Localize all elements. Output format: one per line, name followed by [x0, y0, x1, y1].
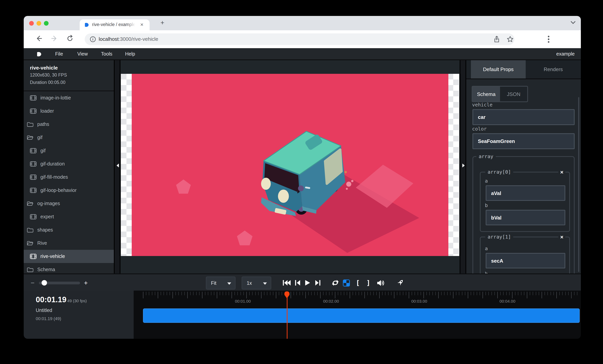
field-label-vehicle: vehicle	[472, 102, 492, 108]
audio-button[interactable]	[376, 278, 385, 287]
tab-close-icon[interactable]: ×	[140, 21, 143, 28]
track-duration: 00:01.19 (49)	[36, 316, 61, 321]
traffic-light-zoom[interactable]	[44, 21, 48, 26]
desktop-background: rive-vehicle / example - Remoti × + loca…	[0, 0, 603, 364]
sidebar-item-label: gif	[37, 135, 42, 140]
track-name: Untitled	[36, 308, 52, 313]
app-logo-icon	[36, 51, 42, 57]
chevron-down-icon	[227, 283, 231, 285]
url-field[interactable]: localhost:3000/rive-vehicle	[85, 34, 514, 45]
play-button[interactable]	[303, 278, 312, 287]
sidebar-item-gif-loop-behavior[interactable]: gif-loop-behavior	[24, 184, 114, 197]
sidebar-collapse-strip	[114, 60, 120, 273]
sidebar-folder-shapes[interactable]: shapes	[24, 223, 114, 237]
film-icon	[30, 174, 37, 180]
input-color[interactable]: SeaFoamGreen	[473, 133, 575, 149]
sidebar-item-label: image-in-lottie	[40, 95, 71, 101]
sidebar-folder-paths[interactable]: paths	[24, 118, 114, 131]
main-content: rive-vehicle 1200x630, 30 FPS Duration 0…	[24, 60, 581, 273]
sidebar-item-image-in-lottie[interactable]: image-in-lottie	[24, 91, 114, 104]
sidebar: rive-vehicle 1200x630, 30 FPS Duration 0…	[24, 60, 114, 273]
artboard-transparency-checker	[121, 74, 459, 256]
loop-toggle-button[interactable]	[331, 278, 340, 287]
rocket-render-button[interactable]	[395, 278, 405, 287]
collapse-left-arrow-icon[interactable]	[116, 163, 119, 168]
menu-file[interactable]: File	[55, 51, 63, 57]
film-icon	[30, 108, 37, 114]
ruler-label: 00:02.00	[319, 299, 343, 303]
preview-canvas[interactable]	[120, 60, 460, 273]
set-in-point-button[interactable]: [	[353, 278, 362, 287]
timeline-track-bar[interactable]	[143, 308, 580, 323]
toggle-schema[interactable]: Schema	[473, 87, 500, 101]
sidebar-folder-gif[interactable]: gif	[24, 131, 114, 144]
collapse-right-arrow-icon[interactable]	[462, 163, 465, 168]
sidebar-item-expert[interactable]: expert	[24, 210, 114, 223]
speed-select[interactable]: 1x	[242, 277, 271, 289]
traffic-light-minimize[interactable]	[36, 21, 41, 26]
array1-a-input[interactable]: secA	[486, 253, 565, 268]
sidebar-item-label: og-images	[37, 201, 60, 206]
reload-button[interactable]	[66, 35, 74, 44]
new-tab-button[interactable]: +	[159, 19, 166, 27]
site-info-icon[interactable]	[90, 36, 96, 42]
array0-a-input[interactable]: aVal	[486, 185, 565, 201]
sidebar-item-rive-vehicle[interactable]: rive-vehicle	[24, 250, 114, 263]
sidebar-item-gif-fill-modes[interactable]: gif-fill-modes	[24, 171, 114, 184]
timeline: 00:01.19 49 (30 fps) Untitled 00:01.19 (…	[24, 291, 581, 339]
traffic-light-close[interactable]	[29, 21, 34, 26]
schema-json-toggle: Schema JSON	[472, 86, 528, 102]
sidebar-item-label: rive-vehicle	[40, 254, 65, 259]
tab-renders[interactable]: Renders	[526, 60, 581, 79]
playhead-line[interactable]	[287, 292, 288, 339]
array-legend: array	[476, 153, 496, 159]
browser-tab[interactable]: rive-vehicle / example - Remoti ×	[80, 19, 150, 30]
tab-default-props[interactable]: Default Props	[471, 60, 526, 79]
toggle-json[interactable]: JSON	[500, 87, 527, 101]
film-icon	[30, 161, 37, 167]
tab-search-chevron-down-icon[interactable]	[571, 21, 575, 24]
zoom-out-button[interactable]: −	[31, 279, 35, 287]
fit-select[interactable]: Fit	[206, 277, 235, 289]
bookmark-star-icon[interactable]	[507, 36, 514, 43]
browser-window: rive-vehicle / example - Remoti × + loca…	[24, 16, 581, 339]
set-out-point-button[interactable]: ]	[364, 278, 373, 287]
sidebar-item-loader[interactable]: loader	[24, 104, 114, 118]
playhead-handle[interactable]	[284, 291, 290, 298]
zoom-in-button[interactable]: +	[84, 279, 88, 287]
array0-b-input[interactable]: bVal	[486, 210, 565, 225]
composition-title: rive-vehicle	[30, 65, 58, 71]
film-icon	[30, 254, 37, 259]
sidebar-item-label: gif-fill-modes	[40, 174, 68, 180]
previous-frame-button[interactable]	[293, 278, 302, 287]
sidebar-item-gif[interactable]: gif	[24, 144, 114, 157]
skip-to-start-button[interactable]	[282, 278, 291, 287]
props-panel: Default Props Renders Schema JSON vehicl…	[466, 60, 581, 273]
transparency-toggle-button[interactable]	[342, 278, 351, 287]
panel-scrollbar[interactable]	[578, 97, 579, 272]
array0-remove-icon[interactable]: ×	[558, 169, 565, 176]
input-vehicle[interactable]: car	[473, 109, 575, 125]
sidebar-folder-rive[interactable]: Rive	[24, 237, 114, 250]
array1-fieldset: array[1] × a secA b	[480, 237, 570, 273]
forward-button[interactable]	[50, 35, 59, 44]
sidebar-item-gif-duration[interactable]: gif-duration	[24, 157, 114, 171]
array1-b-label: b	[485, 271, 488, 273]
speed-select-value: 1x	[247, 280, 252, 286]
browser-menu-kebab-icon[interactable]	[547, 35, 550, 43]
menu-help[interactable]: Help	[125, 51, 135, 57]
sidebar-folder-schema[interactable]: Schema	[24, 263, 114, 273]
field-label-color: color	[472, 126, 487, 132]
share-icon[interactable]	[493, 36, 500, 43]
back-button[interactable]	[35, 35, 43, 44]
url-text: localhost:3000/rive-vehicle	[99, 36, 158, 42]
menu-view[interactable]: View	[77, 51, 88, 57]
next-frame-button[interactable]	[313, 278, 323, 287]
sidebar-folder-og-images[interactable]: og-images	[24, 197, 114, 210]
zoom-slider-knob[interactable]	[42, 280, 47, 285]
array1-remove-icon[interactable]: ×	[558, 233, 565, 240]
ruler-label: 00:04.00	[496, 299, 519, 303]
array1-a-label: a	[485, 246, 488, 251]
menu-tools[interactable]: Tools	[101, 51, 112, 57]
timeline-ruler[interactable]	[143, 292, 580, 298]
